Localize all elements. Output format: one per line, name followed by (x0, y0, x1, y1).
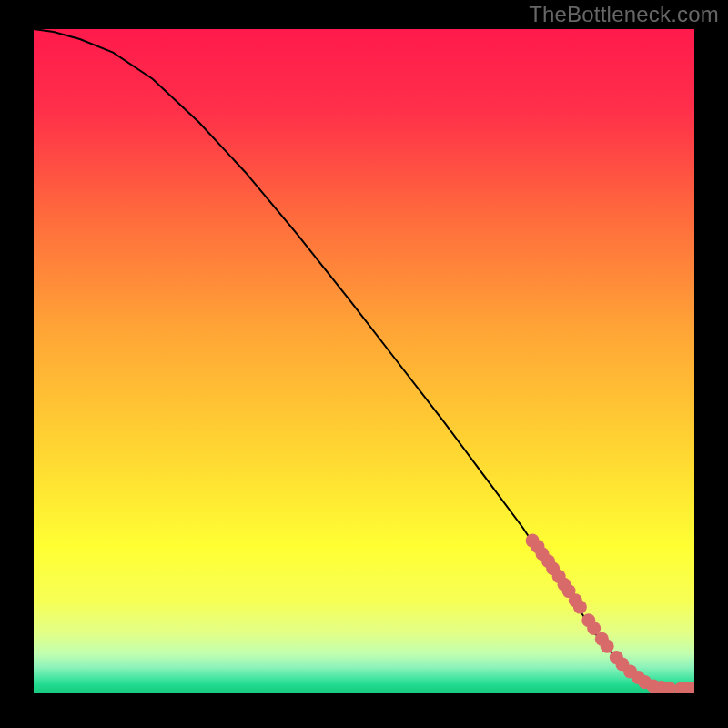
watermark-text: TheBottleneck.com (529, 2, 719, 27)
plot-area (34, 29, 694, 693)
highlight-point (573, 601, 587, 614)
highlight-point (601, 640, 614, 653)
chart-svg (34, 29, 694, 693)
gradient-background (34, 29, 694, 693)
chart-frame: TheBottleneck.com (0, 0, 728, 728)
